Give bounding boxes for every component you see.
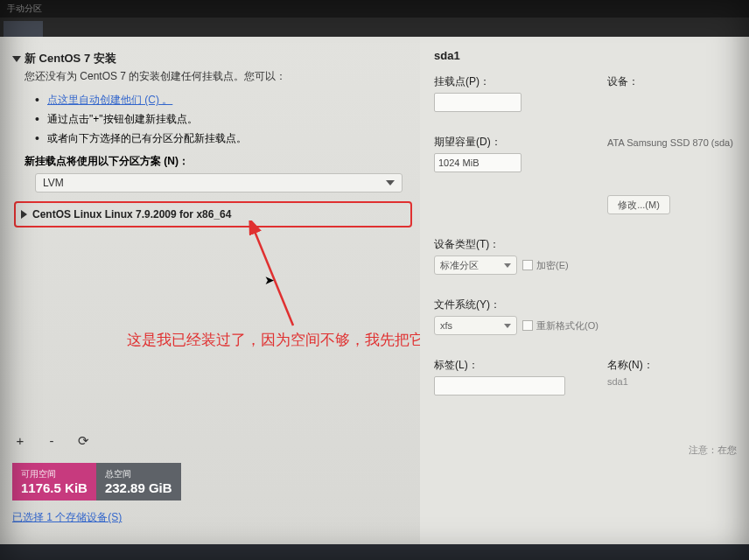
space-info: 可用空间 1176.5 KiB 总空间 232.89 GiB bbox=[12, 463, 181, 500]
partition-title: sda1 bbox=[434, 49, 735, 62]
total-label: 总空间 bbox=[105, 468, 172, 480]
filesystem-select[interactable]: xfs bbox=[434, 316, 517, 335]
auto-create-link[interactable]: 点这里自动创建他们 (C) 。 bbox=[47, 94, 172, 106]
cursor-icon: ➤ bbox=[264, 273, 275, 287]
modify-device-button[interactable]: 修改...(M) bbox=[607, 195, 670, 214]
fs-label: 文件系统(Y)： bbox=[434, 298, 735, 312]
tag-label: 标签(L)： bbox=[434, 358, 592, 373]
new-install-section[interactable]: 新 CentOS 7 安装 bbox=[12, 51, 408, 66]
device-value: ATA Samsung SSD 870 (sda) bbox=[607, 135, 735, 148]
chevron-down-icon bbox=[12, 56, 21, 62]
main-container: 新 CentOS 7 安装 您还没有为 CentOS 7 的安装创建任何挂载点。… bbox=[0, 37, 749, 544]
mount-point-input[interactable] bbox=[434, 93, 522, 112]
new-install-title: 新 CentOS 7 安装 bbox=[24, 51, 116, 66]
existing-centos-label: CentOS Linux Linux 7.9.2009 for x86_64 bbox=[32, 208, 231, 220]
hint-text: 注意：在您 bbox=[689, 444, 737, 457]
name-label: 名称(N)： bbox=[607, 358, 735, 373]
mount-label: 挂载点(P)： bbox=[434, 74, 592, 89]
capacity-label: 期望容量(D)： bbox=[434, 135, 592, 150]
partition-controls: + - ⟳ bbox=[12, 434, 91, 450]
new-install-desc: 您还没有为 CentOS 7 的安装创建任何挂载点。您可以： bbox=[24, 69, 408, 84]
total-value: 232.89 GiB bbox=[105, 480, 172, 495]
avail-value: 1176.5 KiB bbox=[21, 480, 88, 495]
device-type-select[interactable]: 标准分区 bbox=[434, 256, 517, 275]
name-value: sda1 bbox=[607, 376, 735, 387]
left-panel: 新 CentOS 7 安装 您还没有为 CentOS 7 的安装创建任何挂载点。… bbox=[0, 37, 420, 544]
chevron-down-icon bbox=[504, 324, 511, 328]
add-partition-button[interactable]: + bbox=[12, 434, 28, 450]
existing-centos-item[interactable]: CentOS Linux Linux 7.9.2009 for x86_64 bbox=[14, 201, 412, 228]
reformat-checkbox[interactable] bbox=[522, 320, 533, 331]
available-space: 可用空间 1176.5 KiB bbox=[12, 463, 96, 500]
devtype-label: 设备类型(T)： bbox=[434, 237, 735, 252]
option-assign-existing: 或者向下方选择的已有分区分配新挂载点。 bbox=[47, 132, 247, 144]
top-left-label: 手动分区 bbox=[7, 3, 42, 15]
option-add-button: 通过点击"+"按钮创建新挂载点。 bbox=[47, 113, 198, 125]
tab-blank[interactable] bbox=[4, 21, 43, 37]
fs-value: xfs bbox=[440, 320, 452, 331]
chevron-down-icon bbox=[386, 180, 395, 186]
total-space: 总空间 232.89 GiB bbox=[96, 463, 181, 500]
right-panel: sda1 挂载点(P)： 设备： 期望容量(D)： ATA Samsung SS… bbox=[420, 37, 749, 544]
top-bar: 手动分区 bbox=[0, 0, 749, 18]
annotation-arrow bbox=[245, 220, 315, 334]
encrypt-label: 加密(E) bbox=[536, 259, 569, 272]
storage-devices-link[interactable]: 已选择 1 个存储设备(S) bbox=[12, 510, 122, 525]
encrypt-checkbox[interactable] bbox=[522, 260, 533, 270]
chevron-right-icon bbox=[21, 210, 27, 219]
tab-strip bbox=[0, 18, 749, 37]
chevron-down-icon bbox=[504, 263, 511, 268]
device-label: 设备： bbox=[607, 74, 735, 89]
avail-label: 可用空间 bbox=[21, 468, 88, 480]
scheme-value: LVM bbox=[43, 177, 64, 189]
devtype-value: 标准分区 bbox=[440, 259, 479, 272]
label-input[interactable] bbox=[434, 376, 565, 396]
scheme-label: 新挂载点将使用以下分区方案 (N)： bbox=[24, 154, 408, 169]
reformat-label: 重新格式化(O) bbox=[536, 319, 598, 332]
reload-button[interactable]: ⟳ bbox=[75, 434, 91, 450]
capacity-input[interactable] bbox=[434, 153, 522, 172]
remove-partition-button[interactable]: - bbox=[44, 434, 60, 450]
options-list: 点这里自动创建他们 (C) 。 通过点击"+"按钮创建新挂载点。 或者向下方选择… bbox=[35, 93, 408, 150]
annotation-text: 这是我已经装过了，因为空间不够，我先把它删除了 bbox=[127, 330, 469, 350]
partition-scheme-dropdown[interactable]: LVM bbox=[35, 173, 402, 192]
